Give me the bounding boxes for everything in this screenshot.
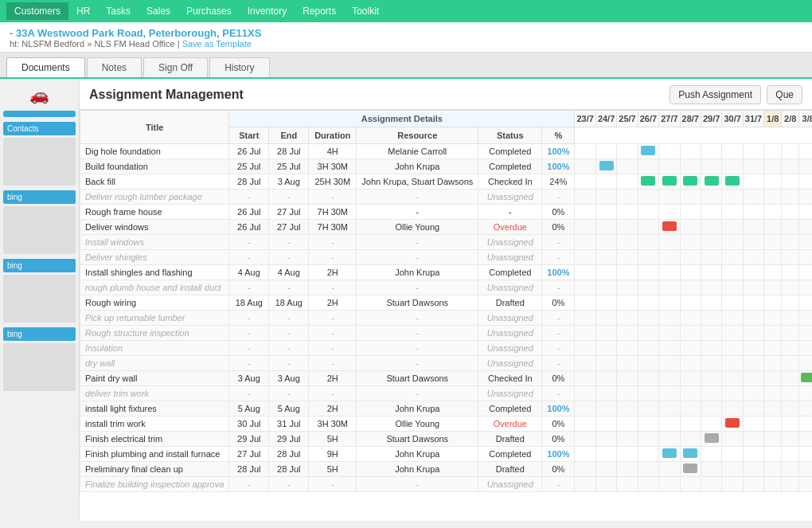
sidebar-bing2-box[interactable] [3,275,76,323]
gantt-cell [722,250,743,265]
th-duration: Duration [309,127,357,144]
table-row: Dig hole foundation26 Jul28 Jul4HMelanie… [80,144,813,159]
gantt-cell [782,250,799,265]
cell-title: Install windows [80,235,229,250]
table-row: Deliver rough lumber package----Unassign… [80,190,813,205]
cell-duration: 25H 30M [309,174,357,190]
gantt-cell [595,386,616,401]
cell-title: Deliver rough lumber package [80,190,229,205]
gantt-cell [680,250,701,265]
gantt-cell [595,295,616,311]
tab-signoff[interactable]: Sign Off [143,57,208,77]
gantt-cell [575,326,595,341]
sidebar-blue-button[interactable] [3,111,76,117]
gantt-cell [743,326,763,341]
cell-title: Preliminary final clean up [80,462,229,477]
gantt-cell [701,250,721,265]
gantt-cell [659,190,680,205]
gantt-cell [799,280,812,295]
th-date-28-7: 28/7 [680,111,701,127]
gantt-cell [701,174,721,190]
gantt-cell [722,477,743,492]
gantt-cell [782,386,799,401]
gantt-cell [659,432,680,447]
sidebar-bing3-box[interactable] [3,343,76,391]
gantt-cell [722,386,743,401]
gantt-cell [782,235,799,250]
nav-customers[interactable]: Customers [6,2,68,20]
que-button[interactable]: Que [767,85,802,104]
cell-pct: - [542,311,575,326]
push-assignment-button[interactable]: Push Assignment [670,85,761,104]
gantt-cell [680,280,701,295]
cell-title: Deliver shingles [80,250,229,265]
gantt-cell [722,356,743,371]
cell-pct: - [542,235,575,250]
gantt-cell [743,356,763,371]
gantt-cell [764,144,782,159]
nav-reports[interactable]: Reports [295,2,344,20]
gantt-cell [659,265,680,280]
th-date-1-8: 1/8 [764,111,782,127]
sidebar: 🚗 Contacts bing bing bing [0,79,80,521]
gantt-cell [595,174,616,190]
cell-duration: 3H 30M [309,417,357,432]
nav-hr[interactable]: HR [68,2,98,20]
gantt-cell [638,432,658,447]
nav-sales[interactable]: Sales [139,2,178,20]
assignment-table-wrapper[interactable]: Title Assignment Details 23/7 24/7 25/7 … [80,110,812,521]
sidebar-contacts-box[interactable] [3,138,76,186]
gantt-cell [638,190,658,205]
gantt-cell [782,174,799,190]
table-row: Finalize building inspection approva----… [80,477,813,492]
cell-start: - [229,190,269,205]
cell-pct: 24% [542,174,575,190]
tab-documents[interactable]: Documents [6,57,85,77]
gantt-cell [595,462,616,477]
sidebar-bing1-box[interactable] [3,206,76,254]
gantt-cell [701,447,721,462]
gantt-cell [617,462,638,477]
gantt-cell [680,311,701,326]
cell-status: Unassigned [478,235,542,250]
gantt-cell [617,432,638,447]
nav-purchases[interactable]: Purchases [178,2,240,20]
nav-toolkit[interactable]: Toolkit [344,2,387,20]
save-template-link[interactable]: Save as Template [182,39,252,49]
gantt-cell [799,447,812,462]
gantt-cell [799,341,812,356]
gantt-cell [764,159,782,174]
nav-inventory[interactable]: Inventory [240,2,295,20]
gantt-cell [701,341,721,356]
gantt-cell [743,447,763,462]
gantt-cell [617,356,638,371]
gantt-cell [638,401,658,417]
cell-title: Pick up returnable lumber [80,311,229,326]
gantt-cell [743,371,763,386]
tab-history[interactable]: History [209,57,269,77]
gantt-cell [764,295,782,311]
cell-end: - [269,235,309,250]
gantt-cell [764,190,782,205]
tab-notes[interactable]: Notes [87,57,142,77]
cell-resource: - [357,477,478,492]
cell-start: - [229,386,269,401]
gantt-cell [617,144,638,159]
gantt-cell [575,401,595,417]
gantt-cell [638,311,658,326]
cell-duration: 5H [309,432,357,447]
nav-tasks[interactable]: Tasks [98,2,139,20]
table-row: Build foundation25 Jul25 Jul3H 30MJohn K… [80,159,813,174]
gantt-cell [701,190,721,205]
cell-duration: - [309,477,357,492]
gantt-cell [659,220,680,235]
gantt-cell [743,220,763,235]
gantt-cell [680,477,701,492]
gantt-cell [680,447,701,462]
gantt-cell [764,417,782,432]
gantt-cell [701,235,721,250]
gantt-cell [595,356,616,371]
cell-resource: Ollie Young [357,220,478,235]
gantt-cell [575,159,595,174]
cell-resource: John Krupa [357,447,478,462]
